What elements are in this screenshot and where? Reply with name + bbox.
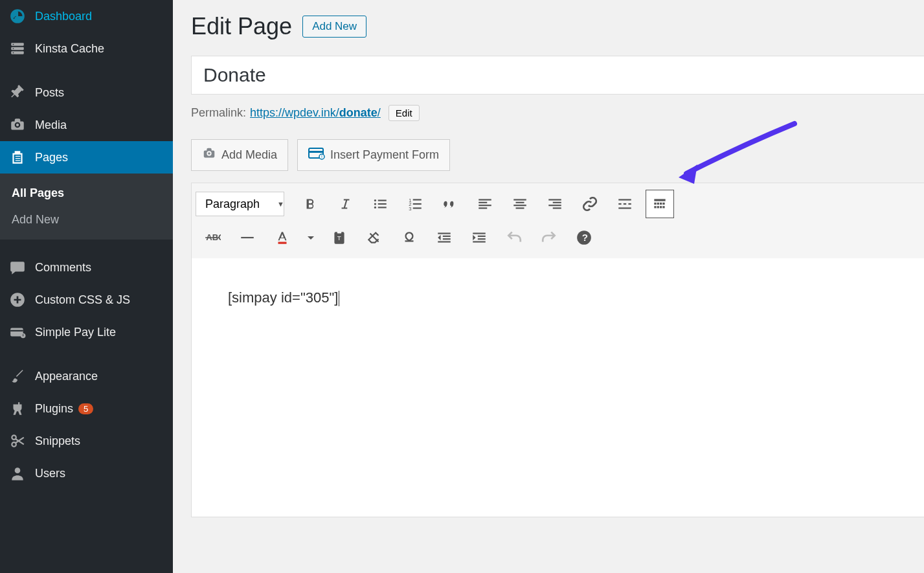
- sidebar-item-dashboard[interactable]: Dashboard: [0, 0, 173, 32]
- svg-rect-33: [479, 205, 491, 206]
- svg-rect-28: [413, 199, 422, 200]
- numbered-list-button[interactable]: 123: [401, 190, 429, 218]
- payment-card-icon: [308, 146, 325, 164]
- sidebar-label: Snippets: [35, 434, 80, 448]
- format-select[interactable]: Paragraph: [196, 192, 284, 216]
- svg-rect-38: [516, 207, 524, 208]
- media-icon: [9, 117, 26, 133]
- svg-rect-47: [618, 207, 631, 208]
- svg-rect-39: [548, 199, 561, 200]
- insert-payment-label: Insert Payment Form: [330, 148, 439, 162]
- svg-rect-53: [654, 206, 656, 208]
- permalink-link[interactable]: https://wpdev.ink/donate/: [250, 106, 381, 120]
- sidebar-item-users[interactable]: Users: [0, 457, 173, 489]
- svg-rect-24: [378, 207, 387, 208]
- editor-content-area[interactable]: [simpay id="305"]: [191, 258, 924, 517]
- plugin-icon: [9, 400, 26, 417]
- svg-point-11: [21, 333, 26, 339]
- align-right-button[interactable]: [541, 190, 569, 218]
- plus-icon: [9, 291, 26, 308]
- admin-sidebar: Dashboard Kinsta Cache Posts Media Pages…: [0, 0, 173, 573]
- special-character-button[interactable]: [395, 223, 423, 252]
- svg-rect-55: [660, 206, 662, 208]
- svg-rect-59: [241, 237, 254, 238]
- permalink-row: Permalink: https://wpdev.ink/donate/ Edi…: [191, 105, 924, 121]
- svg-point-7: [16, 124, 19, 126]
- edit-permalink-button[interactable]: Edit: [389, 105, 420, 121]
- svg-rect-66: [443, 238, 451, 240]
- svg-rect-67: [438, 241, 451, 242]
- link-button[interactable]: [576, 190, 604, 218]
- svg-rect-37: [513, 205, 526, 206]
- indent-button[interactable]: [465, 223, 493, 252]
- align-center-button[interactable]: [506, 190, 534, 218]
- paste-text-button[interactable]: T: [325, 223, 354, 252]
- sidebar-item-snippets[interactable]: Snippets: [0, 425, 173, 457]
- text-color-dropdown-button[interactable]: [303, 223, 319, 252]
- help-button[interactable]: ?: [570, 223, 598, 252]
- sidebar-label: Media: [35, 118, 67, 132]
- horizontal-rule-button[interactable]: [233, 223, 262, 252]
- svg-point-5: [13, 48, 14, 49]
- svg-text:?: ?: [582, 232, 588, 243]
- add-media-label: Add Media: [221, 148, 277, 162]
- sidebar-item-plugins[interactable]: Plugins 5: [0, 392, 173, 425]
- svg-point-6: [13, 52, 14, 54]
- text-color-button[interactable]: [268, 223, 297, 252]
- blockquote-button[interactable]: [436, 190, 464, 218]
- pages-icon: [9, 149, 26, 166]
- sidebar-label: Custom CSS & JS: [35, 293, 130, 307]
- svg-rect-46: [628, 203, 631, 205]
- svg-rect-22: [378, 200, 387, 201]
- card-icon: [9, 324, 26, 341]
- media-buttons-row: Add Media Insert Payment Form: [191, 139, 924, 171]
- clear-formatting-button[interactable]: [360, 223, 389, 252]
- sidebar-label: Users: [35, 467, 65, 480]
- sidebar-item-custom-css-js[interactable]: Custom CSS & JS: [0, 284, 173, 316]
- toolbar-toggle-button[interactable]: [646, 190, 674, 218]
- svg-rect-40: [553, 202, 561, 203]
- italic-button[interactable]: [331, 190, 359, 218]
- svg-rect-44: [618, 203, 621, 205]
- sidebar-label: Appearance: [35, 370, 98, 383]
- post-title-input[interactable]: [191, 56, 924, 95]
- add-new-button[interactable]: Add New: [302, 16, 366, 38]
- strikethrough-button[interactable]: ABC: [198, 223, 227, 252]
- add-media-button[interactable]: Add Media: [191, 139, 288, 171]
- insert-payment-form-button[interactable]: Insert Payment Form: [297, 139, 450, 171]
- redo-button[interactable]: [535, 223, 563, 252]
- sidebar-item-comments[interactable]: Comments: [0, 251, 173, 284]
- sidebar-label: Pages: [35, 151, 68, 164]
- sidebar-item-posts[interactable]: Posts: [0, 76, 173, 109]
- comment-icon: [9, 259, 26, 276]
- align-left-button[interactable]: [471, 190, 499, 218]
- svg-text:3: 3: [409, 206, 411, 212]
- sidebar-item-media[interactable]: Media: [0, 109, 173, 141]
- pin-icon: [9, 84, 26, 101]
- sidebar-item-simple-pay-lite[interactable]: Simple Pay Lite: [0, 316, 173, 348]
- svg-rect-51: [660, 203, 662, 205]
- read-more-button[interactable]: [611, 190, 639, 218]
- text-cursor: [339, 291, 339, 306]
- outdent-button[interactable]: [430, 223, 458, 252]
- svg-rect-45: [624, 203, 626, 205]
- svg-rect-31: [479, 199, 491, 200]
- svg-rect-32: [479, 202, 487, 203]
- undo-button[interactable]: [500, 223, 528, 252]
- svg-rect-48: [654, 199, 665, 201]
- page-header: Edit Page Add New: [191, 13, 924, 40]
- plugins-badge: 5: [78, 403, 93, 414]
- svg-point-4: [13, 44, 14, 45]
- sidebar-item-kinsta-cache[interactable]: Kinsta Cache: [0, 32, 173, 65]
- svg-rect-10: [10, 330, 23, 331]
- sidebar-label: Simple Pay Lite: [35, 326, 116, 339]
- sidebar-item-pages[interactable]: Pages: [0, 141, 173, 174]
- svg-rect-30: [413, 207, 422, 208]
- page-title: Edit Page: [191, 13, 292, 40]
- svg-rect-54: [657, 206, 659, 208]
- bullet-list-button[interactable]: [366, 190, 394, 218]
- bold-button[interactable]: [296, 190, 324, 218]
- submenu-all-pages[interactable]: All Pages: [0, 180, 173, 207]
- submenu-add-new[interactable]: Add New: [0, 207, 173, 233]
- sidebar-item-appearance[interactable]: Appearance: [0, 360, 173, 392]
